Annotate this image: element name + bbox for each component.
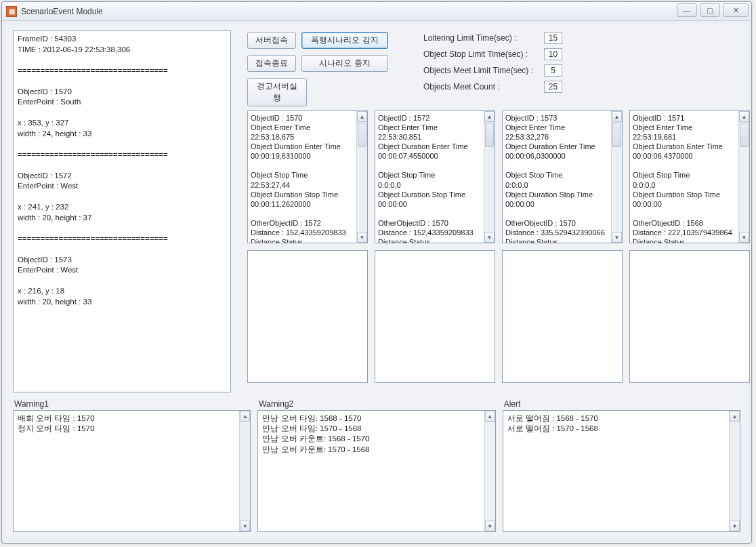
bottom-panels: Warning1 배회 오버 타임 : 1570 정지 오버 타임 : 1570… — [13, 399, 740, 532]
scrollbar[interactable]: ▲ ▼ — [356, 111, 367, 243]
maximize-button[interactable]: ▢ — [700, 3, 720, 17]
scroll-down-icon[interactable]: ▼ — [730, 521, 740, 531]
scroll-track[interactable] — [730, 422, 740, 521]
detect-scenario-button[interactable]: 폭행시나리오 감지 — [301, 32, 388, 49]
object-panel-text — [630, 251, 738, 255]
object-panel-5[interactable] — [247, 250, 368, 383]
object-panel-7[interactable] — [502, 250, 623, 383]
alert-column: Alert 서로 떨어짐 : 1568 - 1570 서로 떨어짐 : 1570… — [503, 399, 740, 532]
scroll-up-icon[interactable]: ▲ — [357, 111, 367, 122]
scroll-track[interactable] — [485, 422, 495, 521]
scrollbar[interactable]: ▲ ▼ — [611, 111, 622, 243]
scroll-track[interactable] — [739, 122, 749, 232]
scroll-thumb[interactable] — [612, 123, 621, 147]
app-window: ▦ ScenarioEvent Module — ▢ ✕ FrameID : 5… — [1, 1, 752, 544]
scroll-up-icon[interactable]: ▲ — [485, 411, 495, 422]
object-panel-text — [375, 251, 484, 255]
object-panel-3[interactable]: ObjectID : 1573 Object Enter Time 22:53:… — [502, 110, 623, 243]
scroll-up-icon[interactable]: ▲ — [240, 411, 250, 422]
scrollbar[interactable]: ▲ ▼ — [738, 111, 749, 243]
object-panel-text: ObjectID : 1571 Object Enter Time 22:53:… — [630, 111, 738, 243]
scroll-up-icon[interactable]: ▲ — [730, 411, 740, 422]
server-connect-button[interactable]: 서버접속 — [247, 32, 296, 49]
button-row-3: 경고서버실행 — [247, 78, 307, 106]
scroll-down-icon[interactable]: ▼ — [739, 232, 749, 243]
warning2-column: Warning2 만남 오버 타임: 1568 - 1570 만남 오버 타임:… — [257, 399, 495, 532]
alert-panel[interactable]: 서로 떨어짐 : 1568 - 1570 서로 떨어짐 : 1570 - 156… — [503, 410, 740, 532]
scroll-down-icon[interactable]: ▼ — [484, 232, 495, 243]
meet-time-input[interactable]: 5 — [544, 64, 562, 77]
connect-end-button[interactable]: 접속종료 — [247, 55, 296, 72]
button-row-2: 접속종료 시나리오 중지 — [247, 55, 388, 72]
scroll-track[interactable] — [612, 122, 622, 232]
scroll-track[interactable] — [240, 422, 250, 521]
scroll-down-icon[interactable]: ▼ — [612, 232, 622, 243]
object-panel-text: ObjectID : 1570 Object Enter Time 22:53:… — [248, 111, 356, 243]
meet-count-label: Objects Meet Count : — [423, 82, 544, 92]
titlebar[interactable]: ▦ ScenarioEvent Module — ▢ ✕ — [2, 2, 751, 21]
app-icon: ▦ — [6, 6, 17, 17]
warning1-text: 배회 오버 타임 : 1570 정지 오버 타임 : 1570 — [14, 411, 239, 437]
window-title: ScenarioEvent Module — [21, 7, 103, 16]
scrollbar[interactable]: ▲ ▼ — [239, 411, 250, 531]
warning2-label: Warning2 — [257, 399, 495, 409]
warning-server-button[interactable]: 경고서버실행 — [247, 78, 307, 106]
scroll-thumb[interactable] — [358, 123, 366, 147]
object-panel-2[interactable]: ObjectID : 1572 Object Enter Time 22:53:… — [375, 110, 495, 243]
stop-scenario-button[interactable]: 시나리오 중지 — [301, 55, 388, 72]
warning1-column: Warning1 배회 오버 타임 : 1570 정지 오버 타임 : 1570… — [13, 399, 251, 532]
object-panel-text: ObjectID : 1572 Object Enter Time 22:53:… — [375, 111, 484, 243]
alert-text: 서로 떨어짐 : 1568 - 1570 서로 떨어짐 : 1570 - 156… — [503, 411, 729, 437]
scrollbar[interactable]: ▲ ▼ — [484, 111, 495, 243]
warning2-panel[interactable]: 만남 오버 타임: 1568 - 1570 만남 오버 타임: 1570 - 1… — [257, 410, 495, 532]
client-area: FrameID : 54303 TIME : 2012-06-19 22:53:… — [7, 25, 746, 538]
window-controls: — ▢ ✕ — [677, 3, 749, 17]
object-panel-4[interactable]: ObjectID : 1571 Object Enter Time 22:53:… — [629, 110, 750, 243]
scrollbar[interactable]: ▲ ▼ — [484, 411, 495, 531]
limit-fields: Loitering Limit Time(sec) : 15 Object St… — [423, 32, 562, 97]
object-panel-text: ObjectID : 1573 Object Enter Time 22:53:… — [503, 111, 611, 243]
scroll-up-icon[interactable]: ▲ — [612, 111, 622, 122]
loitering-limit-input[interactable]: 15 — [544, 32, 562, 44]
object-panel-text — [248, 251, 356, 255]
loitering-limit-label: Loitering Limit Time(sec) : — [423, 33, 544, 43]
scroll-track[interactable] — [484, 122, 495, 232]
frame-log-panel[interactable]: FrameID : 54303 TIME : 2012-06-19 22:53:… — [13, 31, 231, 392]
object-panel-8[interactable] — [629, 250, 750, 383]
object-panel-text — [503, 251, 611, 255]
meet-time-row: Objects Meet Limit Time(sec) : 5 — [423, 64, 562, 77]
warning1-label: Warning1 — [13, 399, 251, 409]
frame-log-text: FrameID : 54303 TIME : 2012-06-19 22:53:… — [14, 31, 230, 310]
scroll-up-icon[interactable]: ▲ — [739, 111, 749, 122]
stop-limit-label: Object Stop Limit Time(sec) : — [423, 49, 544, 59]
stop-limit-input[interactable]: 10 — [544, 48, 562, 60]
warning2-text: 만남 오버 타임: 1568 - 1570 만남 오버 타임: 1570 - 1… — [258, 411, 484, 458]
object-panel-1[interactable]: ObjectID : 1570 Object Enter Time 22:53:… — [247, 110, 368, 243]
scroll-down-icon[interactable]: ▼ — [357, 232, 367, 243]
meet-count-row: Objects Meet Count : 25 — [423, 81, 562, 93]
warning1-panel[interactable]: 배회 오버 타임 : 1570 정지 오버 타임 : 1570 ▲ ▼ — [13, 410, 251, 532]
meet-time-label: Objects Meet Limit Time(sec) : — [423, 66, 544, 75]
meet-count-input[interactable]: 25 — [544, 81, 562, 93]
minimize-button[interactable]: — — [677, 3, 697, 17]
object-grid: ObjectID : 1570 Object Enter Time 22:53:… — [247, 110, 750, 383]
close-button[interactable]: ✕ — [723, 3, 749, 17]
scroll-thumb[interactable] — [740, 123, 749, 147]
loitering-limit-row: Loitering Limit Time(sec) : 15 — [423, 32, 562, 44]
stop-limit-row: Object Stop Limit Time(sec) : 10 — [423, 48, 562, 60]
scroll-thumb[interactable] — [485, 123, 494, 147]
scroll-up-icon[interactable]: ▲ — [484, 111, 495, 122]
scroll-down-icon[interactable]: ▼ — [485, 521, 495, 531]
object-panel-6[interactable] — [375, 250, 495, 383]
scroll-down-icon[interactable]: ▼ — [240, 521, 250, 531]
alert-label: Alert — [503, 399, 740, 409]
scroll-track[interactable] — [357, 122, 367, 232]
button-row-1: 서버접속 폭행시나리오 감지 — [247, 32, 388, 49]
scrollbar[interactable]: ▲ ▼ — [729, 411, 740, 531]
